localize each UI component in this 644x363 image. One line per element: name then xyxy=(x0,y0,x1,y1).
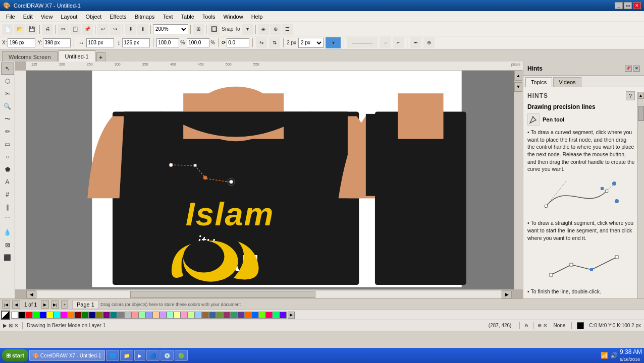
swatch-emerald[interactable] xyxy=(230,312,237,319)
swatch-brown[interactable] xyxy=(202,312,209,319)
taskbar-item-app[interactable]: 🟢 xyxy=(175,350,188,361)
snap-to-button[interactable]: 🔲 xyxy=(208,24,220,35)
page-prev-button[interactable]: ◀ xyxy=(12,300,20,309)
connector-tool[interactable]: ⌒ xyxy=(1,214,14,226)
page-next-button[interactable]: ▶ xyxy=(41,300,49,309)
swatch-darkorange[interactable] xyxy=(244,312,251,319)
status-icon3[interactable]: ✕ xyxy=(14,323,18,328)
swatch-violet[interactable] xyxy=(237,312,244,319)
taskbar-item-explorer[interactable]: 📁 xyxy=(120,350,133,361)
page-add-button[interactable]: + xyxy=(61,300,68,309)
scroll-thumb-h[interactable] xyxy=(130,291,315,298)
swatch-indigo[interactable] xyxy=(280,312,287,319)
start-button[interactable]: ⊞ start xyxy=(2,349,28,361)
scroll-thumb-v[interactable] xyxy=(514,82,522,83)
hints-close-button[interactable]: ✕ xyxy=(633,66,640,72)
tool-btn1[interactable]: ◈ xyxy=(258,24,269,35)
tray-icon-volume[interactable]: 🔊 xyxy=(610,352,618,359)
redo-button[interactable]: ↪ xyxy=(110,24,121,35)
menu-help[interactable]: Help xyxy=(247,13,267,21)
status-icon2[interactable]: ⊠ xyxy=(9,323,13,328)
swatch-yellow[interactable] xyxy=(46,312,53,319)
swatch-darkgreen[interactable] xyxy=(82,312,89,319)
paste-button[interactable]: 📌 xyxy=(82,24,93,35)
text-tool[interactable]: A xyxy=(1,176,14,188)
outline-color-btn[interactable]: ▾ xyxy=(326,37,341,48)
swatch-olive[interactable] xyxy=(96,312,103,319)
hints-pin-button[interactable]: 📌 xyxy=(625,66,632,72)
new-button[interactable]: 📄 xyxy=(2,24,13,35)
taskbar-item-media[interactable]: ▶ xyxy=(134,350,145,361)
page-label-tab[interactable]: Page 1 xyxy=(72,300,99,309)
menu-text[interactable]: Text xyxy=(158,13,177,21)
zoom-select[interactable]: 200% 100% 150% 50% xyxy=(153,24,188,34)
angle-input[interactable] xyxy=(227,38,249,47)
swatch-darkblue[interactable] xyxy=(89,312,96,319)
smart-fill-tool[interactable]: ⬛ xyxy=(1,252,14,264)
menu-bitmaps[interactable]: Bitmaps xyxy=(131,13,159,21)
swatch-purple[interactable] xyxy=(103,312,110,319)
select-tool[interactable]: ↖ xyxy=(1,63,14,75)
shape-tool[interactable]: ⬡ xyxy=(1,75,14,87)
hints-scrollbar[interactable]: ▲ xyxy=(637,92,644,298)
width-input[interactable] xyxy=(86,38,114,47)
swatch-lightred[interactable] xyxy=(131,312,138,319)
swatch-darkred[interactable] xyxy=(75,312,82,319)
swatch-green[interactable] xyxy=(32,312,39,319)
print-button[interactable]: 🖨 xyxy=(42,24,53,35)
swatch-gray[interactable] xyxy=(117,312,124,319)
import-button[interactable]: ⬇ xyxy=(125,24,136,35)
scroll-track-h[interactable] xyxy=(37,291,501,298)
line-end-btn[interactable]: → xyxy=(380,37,391,48)
snap-arrow[interactable]: ▾ xyxy=(242,24,253,35)
menu-object[interactable]: Object xyxy=(81,13,105,21)
tab-topics[interactable]: Topics xyxy=(525,77,552,87)
flip-h-button[interactable]: ⇆ xyxy=(256,37,267,48)
swatch-lightyellow[interactable] xyxy=(174,312,181,319)
tool-btn2[interactable]: ⊕ xyxy=(270,24,281,35)
status-icon1[interactable]: ▶ xyxy=(3,323,7,328)
swatch-lightblue[interactable] xyxy=(145,312,152,319)
horizontal-scrollbar[interactable]: ◀ ▶ xyxy=(26,289,512,298)
taskbar-item-cd[interactable]: 💿 xyxy=(160,350,174,361)
tab-untitled[interactable]: Untitled-1 xyxy=(59,50,95,62)
swatch-lime[interactable] xyxy=(188,312,195,319)
line-style-btn[interactable]: ———— xyxy=(347,37,378,48)
swatch-black[interactable] xyxy=(18,312,25,319)
taskbar-item-ie[interactable]: 🌐 xyxy=(106,350,119,361)
canvas-background[interactable]: Islam itu INDAH xyxy=(26,71,523,289)
minimize-button[interactable]: _ xyxy=(615,2,623,9)
swatch-cyan[interactable] xyxy=(53,312,61,319)
page-last-button[interactable]: ▶| xyxy=(51,300,59,309)
swatch-cobalt[interactable] xyxy=(251,312,258,319)
parallel-tool[interactable]: ∥ xyxy=(1,201,14,213)
swatch-pink[interactable] xyxy=(181,312,188,319)
menu-edit[interactable]: Edit xyxy=(19,13,37,21)
page-first-button[interactable]: |◀ xyxy=(2,300,10,309)
swatch-magenta[interactable] xyxy=(61,312,68,319)
smartdraw-tool[interactable]: ✏ xyxy=(1,126,14,138)
menu-layout[interactable]: Layout xyxy=(57,13,81,21)
rect-tool[interactable]: ▭ xyxy=(1,138,14,150)
swatch-mint[interactable] xyxy=(167,312,174,319)
swatch-silver[interactable] xyxy=(124,312,131,319)
swatch-white[interactable] xyxy=(11,312,18,319)
restore-button[interactable]: ▭ xyxy=(624,2,632,9)
crop-tool[interactable]: ✂ xyxy=(1,88,14,100)
tray-icon-network[interactable]: 📶 xyxy=(601,352,608,359)
menu-view[interactable]: View xyxy=(37,13,57,21)
copy-button[interactable]: 📋 xyxy=(70,24,81,35)
save-button[interactable]: 💾 xyxy=(26,24,37,35)
height-input[interactable] xyxy=(122,38,150,47)
x-input[interactable] xyxy=(8,38,35,47)
swatch-skyblue[interactable] xyxy=(195,312,202,319)
menu-tools[interactable]: Tools xyxy=(198,13,220,21)
add-tab-button[interactable]: + xyxy=(96,52,105,62)
swatch-teal[interactable] xyxy=(110,312,117,319)
scroll-left-button[interactable]: ◀ xyxy=(26,290,36,298)
swatch-lavender[interactable] xyxy=(159,312,167,319)
menu-file[interactable]: File xyxy=(2,13,19,21)
freehand-tool[interactable]: 〜 xyxy=(1,113,14,125)
scale-y-input[interactable] xyxy=(187,38,209,47)
menu-effects[interactable]: Effects xyxy=(105,13,130,21)
